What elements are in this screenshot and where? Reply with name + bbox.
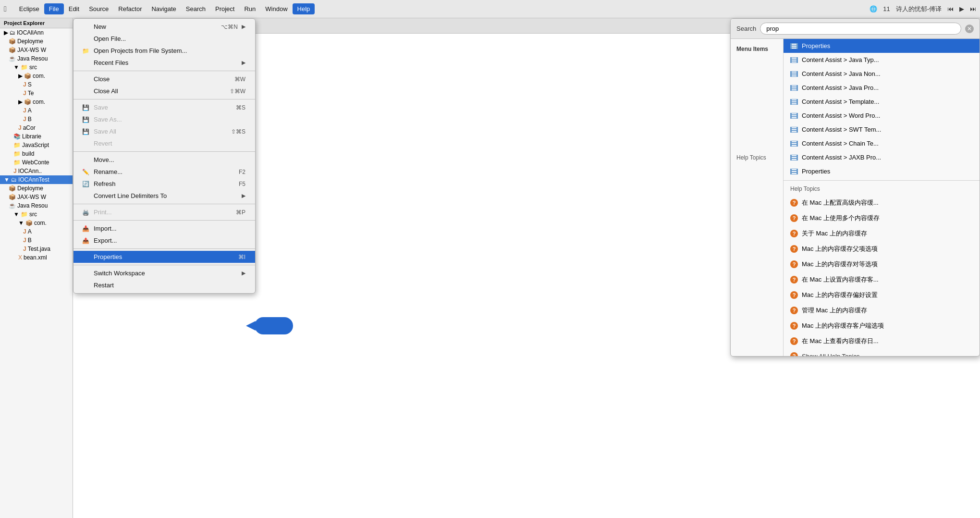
help-item-properties-2[interactable]: Properties — [784, 164, 980, 178]
tree-item[interactable]: J Test.java — [0, 245, 73, 253]
help-item-content-assist-swt-tem[interactable]: Content Assist > SWT Tem... — [784, 123, 980, 136]
menu-label: Export... — [94, 237, 117, 244]
menu-item-properties[interactable]: Properties ⌘I — [74, 251, 255, 263]
tree-item[interactable]: 📦 Deployme — [0, 184, 73, 193]
src-icon: 📁 — [21, 64, 28, 71]
help-item-content-assist-java-pro[interactable]: Content Assist > Java Pro... — [784, 81, 980, 95]
tree-item[interactable]: ▼ 📦 com. — [0, 219, 73, 227]
menubar-edit[interactable]: Edit — [64, 3, 84, 14]
tree-item[interactable]: ▶ 📦 com. — [0, 98, 73, 106]
tree-item[interactable]: J B — [0, 115, 73, 123]
tree-item[interactable]: ▶ 🗂 IOCAllAnn — [0, 28, 73, 37]
pkg-icon: 📦 — [25, 220, 33, 226]
menubar-window[interactable]: Window — [260, 3, 292, 14]
tree-item-selected[interactable]: ▼ 🗂 IOCAnnTest — [0, 175, 73, 184]
play-button[interactable]: ▶ — [959, 5, 964, 12]
help-topic-8[interactable]: ? 管理 Mac 上的内容缓存 — [784, 303, 980, 318]
help-item-content-assist-chain-te[interactable]: Content Assist > Chain Te... — [784, 136, 980, 150]
help-item-label: Content Assist > Java Pro... — [802, 84, 879, 91]
arrow-pointer — [255, 317, 303, 334]
menu-item-open-file[interactable]: Open File... — [74, 33, 255, 45]
help-search-input[interactable] — [760, 23, 961, 35]
menubar-help[interactable]: Help — [293, 3, 315, 14]
help-topic-3[interactable]: ? 关于 Mac 上的内容缓存 — [784, 226, 980, 241]
menu-item-refresh[interactable]: 🔄 Refresh F5 — [74, 178, 255, 190]
apple-menu[interactable]:  — [4, 5, 7, 13]
menu-item-restart[interactable]: Restart — [74, 279, 255, 291]
tree-item[interactable]: ▶ 📦 com. — [0, 72, 73, 80]
help-item-content-assist-jaxb-pro[interactable]: Content Assist > JAXB Pro... — [784, 150, 980, 164]
help-topic-5[interactable]: ? Mac 上的内容缓存对等选项 — [784, 257, 980, 272]
save-as-icon: 💾 — [81, 116, 90, 123]
menubar-project[interactable]: Project — [210, 3, 239, 14]
help-topic-7[interactable]: ? Mac 上的内容缓存偏好设置 — [784, 287, 980, 303]
help-item-label: Properties — [802, 42, 830, 49]
menu-item-icon — [790, 127, 798, 133]
menu-label: Import... — [94, 225, 117, 232]
help-topic-2[interactable]: ? 在 Mac 上使用多个内容缓存 — [784, 210, 980, 226]
tree-item[interactable]: J IOCAnn.. — [0, 167, 73, 175]
menu-shortcut: F2 — [239, 169, 245, 175]
tree-item[interactable]: J B — [0, 236, 73, 245]
menu-item-close-all[interactable]: Close All ⇧⌘W — [74, 85, 255, 97]
tree-item[interactable]: J A — [0, 106, 73, 115]
tree-item[interactable]: J A — [0, 227, 73, 236]
help-topic-4[interactable]: ? Mac 上的内容缓存父项选项 — [784, 241, 980, 257]
tree-item[interactable]: J S — [0, 80, 73, 89]
tree-item[interactable]: ☕ Java Resou — [0, 201, 73, 210]
help-item-content-assist-word-pro[interactable]: Content Assist > Word Pro... — [784, 109, 980, 123]
explorer-header: Project Explorer — [0, 18, 73, 28]
tree-item[interactable]: ▼ 📁 src — [0, 210, 73, 219]
tree-item[interactable]: X bean.xml — [0, 253, 73, 262]
menubar-run[interactable]: Run — [239, 3, 260, 14]
help-topic-1[interactable]: ? 在 Mac 上配置高级内容缓... — [784, 195, 980, 210]
next-button[interactable]: ⏭ — [970, 5, 976, 12]
show-all-help-topics[interactable]: ? Show All Help Topics — [784, 349, 980, 356]
tree-item[interactable]: 📁 JavaScript — [0, 141, 73, 149]
help-category-help-topics[interactable]: Help Topics — [731, 151, 783, 164]
menu-item-rename[interactable]: ✏️ Rename... F2 — [74, 166, 255, 178]
help-category-menu-items[interactable]: Menu Items — [731, 43, 783, 55]
menubar-eclipse[interactable]: Eclipse — [14, 3, 44, 14]
menu-item-convert[interactable]: Convert Line Delimiters To ▶ — [74, 190, 255, 202]
tree-item[interactable]: 📦 JAX-WS W — [0, 193, 73, 201]
menu-item-icon — [790, 43, 798, 49]
menubar-search[interactable]: Search — [181, 3, 210, 14]
menu-item-icon — [790, 113, 798, 119]
help-topic-9[interactable]: ? Mac 上的内容缓存客户端选项 — [784, 318, 980, 333]
tree-item[interactable]: 📁 WebConte — [0, 158, 73, 167]
tree-item[interactable]: 📚 Librarie — [0, 132, 73, 141]
menu-item-recent-files[interactable]: Recent Files ▶ — [74, 57, 255, 69]
menu-item-import[interactable]: 📥 Import... — [74, 222, 255, 234]
help-item-content-assist-template[interactable]: Content Assist > Template... — [784, 95, 980, 109]
tree-item[interactable]: 📦 Deployme — [0, 37, 73, 46]
tree-item[interactable]: 📁 build — [0, 149, 73, 158]
menu-item-move[interactable]: Move... — [74, 154, 255, 166]
tree-item[interactable]: J Te — [0, 89, 73, 98]
prev-button[interactable]: ⏮ — [947, 5, 954, 12]
menu-item-new[interactable]: New ⌥⌘N ▶ — [74, 21, 255, 33]
menubar-file[interactable]: File — [44, 3, 64, 14]
help-item-content-assist-java-typ[interactable]: Content Assist > Java Typ... — [784, 53, 980, 67]
tree-item[interactable]: ▼ 📁 src — [0, 63, 73, 72]
tree-item[interactable]: 📦 JAX-WS W — [0, 46, 73, 54]
projects-icon: 📁 — [81, 48, 90, 54]
menu-item-switch-workspace[interactable]: Switch Workspace ▶ — [74, 267, 255, 279]
menu-item-export[interactable]: 📤 Export... — [74, 234, 255, 247]
help-search-clear-button[interactable]: ✕ — [965, 25, 974, 33]
menu-item-icon — [790, 155, 798, 160]
tree-item[interactable]: ☕ Java Resou — [0, 54, 73, 63]
menubar-refactor[interactable]: Refactor — [113, 3, 147, 14]
menubar-source[interactable]: Source — [84, 3, 113, 14]
help-topic-icon: ? — [790, 245, 798, 253]
tree-item[interactable]: J aCor — [0, 123, 73, 132]
menubar-navigate[interactable]: Navigate — [147, 3, 181, 14]
menu-item-open-projects[interactable]: 📁 Open Projects from File System... — [74, 45, 255, 57]
help-topic-10[interactable]: ? 在 Mac 上查看内容缓存日... — [784, 333, 980, 349]
menu-item-close[interactable]: Close ⌘W — [74, 73, 255, 85]
help-item-properties[interactable]: Properties — [784, 39, 980, 53]
help-item-content-assist-java-non[interactable]: Content Assist > Java Non... — [784, 67, 980, 81]
help-topic-6[interactable]: ? 在 Mac 上设置内容缓存客... — [784, 272, 980, 287]
submenu-arrow-icon: ▶ — [242, 24, 245, 30]
revert-icon — [81, 140, 90, 147]
